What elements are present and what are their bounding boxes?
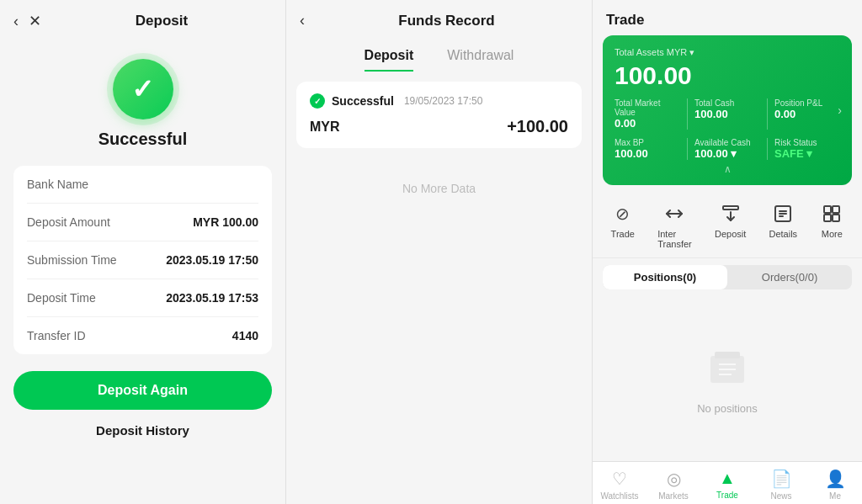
status-dot: ✓ [310,93,325,109]
deposit-time-value: 2023.05.19 17:53 [166,291,258,305]
total-cash-item: Total Cash 100.00 [694,98,760,130]
max-bp-label: Max BP [615,138,680,147]
success-title: Successful [98,130,188,149]
funds-header: ‹ Funds Record [286,0,592,41]
markets-icon: ◎ [667,469,681,489]
nav-watchlists-label: Watchlists [600,491,638,501]
close-icon[interactable]: ✕ [29,12,41,30]
total-market-value-label: Total Market Value [615,98,680,117]
tab-deposit[interactable]: Deposit [364,48,414,72]
bottom-nav: ♡ Watchlists ◎ Markets ▲ Trade 📄 News 👤 … [593,461,862,504]
trade-icon-details[interactable]: Details [769,202,797,249]
nav-markets[interactable]: ◎ Markets [646,469,700,501]
bank-name-label: Bank Name [27,178,88,191]
position-pnl-label: Position P&L [774,98,840,108]
no-positions-text: No positions [697,402,758,415]
svg-rect-3 [833,206,839,213]
funds-back-icon[interactable]: ‹ [300,12,305,29]
funds-tabs: Deposit Withdrawal [286,41,592,72]
nav-trade-label: Trade [716,491,738,500]
tab-positions[interactable]: Positions(0) [603,265,727,289]
position-pnl-item: Position P&L 0.00 [774,98,840,130]
transaction-body: MYR +100.00 [310,117,568,136]
trade-icons-row: ⊘ Trade InterTransfer [593,194,862,258]
nav-me[interactable]: 👤 Me [808,469,862,501]
trade-icon-label-details: Details [769,229,797,239]
max-bp-item: Max BP 100.00 [615,138,680,160]
trade-position-tabs: Positions(0) Orders(0/0) [603,265,852,289]
transaction-header: ✓ Successful 19/05/2023 17:50 [310,93,568,109]
no-more-data: No More Data [296,157,582,220]
svg-rect-5 [833,215,839,221]
nav-news-label: News [770,491,791,501]
funds-body: ✓ Successful 19/05/2023 17:50 MYR +100.0… [286,72,592,504]
trade-title: Trade [606,12,644,28]
deposit-header: ‹ ✕ Deposit [0,0,285,42]
details-icon [771,202,795,225]
divider-4 [767,138,768,160]
risk-status-value: SAFE ▾ [774,147,840,160]
trade-icon-inter-transfer[interactable]: InterTransfer [657,202,692,249]
trade-icon-label-inter: InterTransfer [657,229,692,249]
svg-rect-2 [824,206,831,213]
nav-news[interactable]: 📄 News [754,469,808,501]
news-icon: 📄 [771,469,792,489]
nav-me-label: Me [829,491,841,501]
trade-symbol-icon: ⊘ [611,202,635,225]
total-market-value: 0.00 [615,117,680,130]
svg-rect-0 [723,206,738,210]
more-icon [820,202,843,225]
collapse-icon[interactable]: ∧ [615,163,840,175]
transaction-amount: +100.00 [507,117,568,136]
deposit-amount-label: Deposit Amount [27,215,110,229]
nav-watchlists[interactable]: ♡ Watchlists [593,469,646,501]
trade-panel: Trade › Total Assets MYR ▾ 100.00 Total … [593,0,862,504]
max-bp-value: 100.00 [615,147,680,160]
nav-trade[interactable]: ▲ Trade [700,469,754,501]
trade-header: Trade [593,0,862,35]
tab-withdrawal[interactable]: Withdrawal [447,48,513,72]
position-pnl-value: 0.00 [774,108,840,120]
total-cash-label: Total Cash [694,98,760,108]
deposit-time-row: Deposit Time 2023.05.19 17:53 [27,279,258,317]
trade-icon-deposit[interactable]: Deposit [715,202,746,249]
trade-icon-label-trade: Trade [611,229,635,239]
available-cash-label: Available Cash [694,138,760,147]
deposit-history-link[interactable]: Deposit History [96,423,189,438]
asset-row-1: Total Market Value 0.00 Total Cash 100.0… [615,98,840,130]
svg-rect-4 [824,215,831,221]
deposit-content: ✓ Successful Bank Name Deposit Amount MY… [0,42,285,504]
divider-1 [687,98,688,130]
divider-3 [687,138,688,160]
trade-icon-trade[interactable]: ⊘ Trade [611,202,635,249]
no-positions-icon [702,343,753,394]
transfer-id-row: Transfer ID 4140 [27,317,258,354]
nav-markets-label: Markets [658,491,689,501]
trade-asset-card[interactable]: › Total Assets MYR ▾ 100.00 Total Market… [603,35,852,185]
total-assets-value: 100.00 [615,61,840,90]
tab-orders[interactable]: Orders(0/0) [727,265,852,289]
risk-status-item: Risk Status SAFE ▾ [774,138,840,160]
divider-2 [767,98,768,130]
deposit-again-button[interactable]: Deposit Again [13,371,272,410]
funds-title: Funds Record [315,13,578,29]
asset-row-2: Max BP 100.00 Available Cash 100.00 ▾ Ri… [615,138,840,160]
trade-icon-more[interactable]: More [820,202,843,249]
submission-time-label: Submission Time [27,253,117,267]
status-text: Successful [332,94,394,108]
no-positions: No positions [593,296,862,461]
success-circle: ✓ [113,59,173,119]
funds-panel: ‹ Funds Record Deposit Withdrawal ✓ Succ… [286,0,593,504]
available-cash-value: 100.00 ▾ [694,147,760,160]
bank-name-row: Bank Name [27,166,258,204]
status-check-icon: ✓ [314,97,321,106]
risk-status-label: Risk Status [774,138,840,147]
total-market-value-item: Total Market Value 0.00 [615,98,680,130]
submission-time-value: 2023.05.19 17:50 [166,253,258,267]
watchlists-icon: ♡ [612,469,627,489]
submission-time-row: Submission Time 2023.05.19 17:50 [27,241,258,279]
trade-content: › Total Assets MYR ▾ 100.00 Total Market… [593,35,862,461]
total-assets-label: Total Assets MYR ▾ [615,47,840,58]
transaction-currency: MYR [310,119,340,135]
back-icon[interactable]: ‹ [13,13,19,30]
